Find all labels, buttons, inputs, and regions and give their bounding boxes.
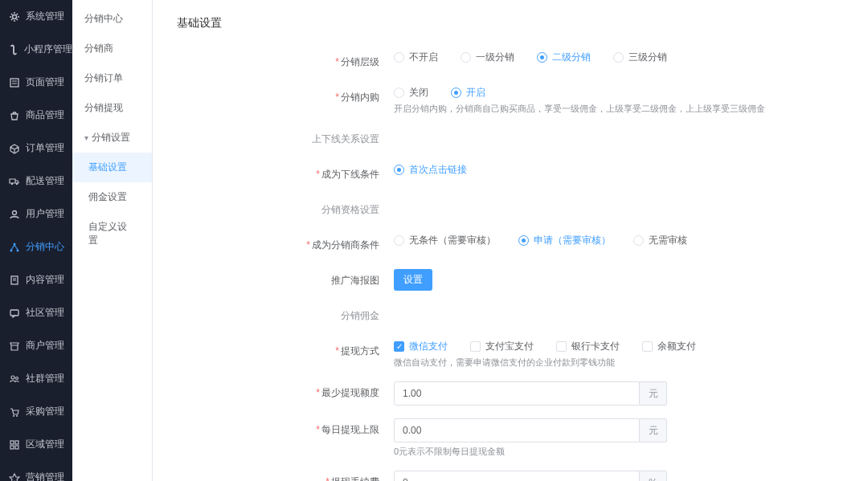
section-relation: 上下线关系设置 <box>177 128 394 150</box>
sidebar-main-item-1[interactable]: 小程序管理 <box>0 33 72 66</box>
checkbox-label: 银行卡支付 <box>571 340 620 353</box>
sidebar-sub-item-3[interactable]: 分销提现 <box>72 93 152 123</box>
label-offline: 成为下线条件 <box>177 163 394 185</box>
checkbox-label: 支付宝支付 <box>485 340 534 353</box>
checkbox-label: 微信支付 <box>409 340 448 353</box>
merchant-radio-2[interactable]: 无需审核 <box>633 234 687 247</box>
sidebar-main-label: 营销管理 <box>26 471 64 481</box>
help-internal: 开启分销内购，分销商自己购买商品，享受一级佣金，上级享受二级佣金，上上级享受三级… <box>394 103 844 115</box>
sidebar-sub-subitem-1[interactable]: 佣金设置 <box>72 182 152 212</box>
sidebar-sub: 分销中心分销商分销订单分销提现分销设置基础设置佣金设置自定义设置 <box>72 0 153 481</box>
svg-point-14 <box>11 376 14 379</box>
svg-point-6 <box>13 210 17 214</box>
withdraw-check-3[interactable]: 余额支付 <box>642 340 696 353</box>
checkbox-icon <box>394 341 404 352</box>
checkbox-label: 余额支付 <box>657 340 696 353</box>
sidebar-main-item-7[interactable]: 分销中心 <box>0 230 72 263</box>
withdraw-check-0[interactable]: 微信支付 <box>394 340 448 353</box>
sidebar-sub-item-0[interactable]: 分销中心 <box>72 4 152 34</box>
sidebar-main-item-14[interactable]: 营销管理 <box>0 461 72 481</box>
radio-label: 不开启 <box>409 51 438 64</box>
doc-icon <box>8 274 21 287</box>
sidebar-main-item-12[interactable]: 采购管理 <box>0 395 72 428</box>
checkbox-icon <box>470 341 481 352</box>
cart-icon <box>8 406 21 418</box>
content-area: 基础设置 分销层级 不开启一级分销二级分销三级分销 分销内购 关闭开启 开启分销… <box>153 0 868 481</box>
level-radio-2[interactable]: 二级分销 <box>537 51 591 64</box>
fee-input[interactable] <box>394 471 640 481</box>
label-merchant: 成为分销商条件 <box>177 234 394 256</box>
sidebar-main-item-0[interactable]: 系统管理 <box>0 0 72 33</box>
svg-point-16 <box>13 415 14 417</box>
sidebar-main-item-5[interactable]: 配送管理 <box>0 165 72 198</box>
radio-label: 首次点击链接 <box>409 163 467 177</box>
level-radio-3[interactable]: 三级分销 <box>613 51 667 64</box>
sidebar-main-label: 小程序管理 <box>24 43 72 56</box>
merchant-radio-1[interactable]: 申请（需要审核） <box>518 234 611 247</box>
truck-icon <box>8 175 21 188</box>
sidebar-main-item-6[interactable]: 用户管理 <box>0 198 72 230</box>
sidebar-main-item-11[interactable]: 社群管理 <box>0 362 72 395</box>
unit-yuan: 元 <box>640 381 667 406</box>
svg-rect-19 <box>15 441 18 444</box>
unit-percent: % <box>640 471 667 481</box>
svg-point-0 <box>13 14 17 18</box>
sidebar-sub-item-2[interactable]: 分销订单 <box>72 63 152 93</box>
internal-radio-1[interactable]: 开启 <box>451 86 485 100</box>
sidebar-sub-subitem-2[interactable]: 自定义设置 <box>72 212 152 255</box>
sidebar-main-label: 社群管理 <box>26 372 64 385</box>
radio-label: 三级分销 <box>628 51 667 64</box>
poster-set-button[interactable]: 设置 <box>394 269 432 291</box>
radio-icon <box>394 165 404 175</box>
comm-icon <box>8 307 21 320</box>
withdraw-check-2[interactable]: 银行卡支付 <box>556 340 620 353</box>
sidebar-main: 系统管理小程序管理页面管理商品管理订单管理配送管理用户管理分销中心内容管理社区管… <box>0 0 72 481</box>
help-withdraw: 微信自动支付，需要申请微信支付的企业付款到零钱功能 <box>394 357 844 369</box>
sidebar-main-label: 商户管理 <box>26 339 64 353</box>
shop-icon <box>8 340 21 353</box>
sidebar-main-item-10[interactable]: 商户管理 <box>0 329 72 362</box>
daily-limit-input[interactable] <box>394 418 640 442</box>
merchant-radio-0[interactable]: 无条件（需要审核） <box>394 234 496 247</box>
mini-icon <box>8 43 19 56</box>
label-level: 分销层级 <box>177 51 394 73</box>
offline-radio-0[interactable]: 首次点击链接 <box>394 163 467 177</box>
user-icon <box>8 208 21 221</box>
svg-point-4 <box>11 182 13 184</box>
cube-icon <box>8 142 21 155</box>
sidebar-main-label: 内容管理 <box>26 273 64 287</box>
label-min-withdraw: 最少提现额度 <box>177 381 394 404</box>
withdraw-check-1[interactable]: 支付宝支付 <box>470 340 534 353</box>
sidebar-main-label: 商品管理 <box>26 108 64 122</box>
sidebar-main-label: 页面管理 <box>26 75 64 89</box>
radio-label: 一级分销 <box>476 51 514 64</box>
sidebar-main-label: 系统管理 <box>26 10 64 23</box>
svg-rect-18 <box>10 441 14 444</box>
level-radio-0[interactable]: 不开启 <box>394 51 438 64</box>
radio-icon <box>633 235 644 246</box>
help-daily: 0元表示不限制每日提现金额 <box>394 446 844 458</box>
sidebar-main-item-9[interactable]: 社区管理 <box>0 296 72 329</box>
svg-rect-1 <box>10 79 18 87</box>
internal-radio-0[interactable]: 关闭 <box>394 86 428 100</box>
sidebar-main-item-2[interactable]: 页面管理 <box>0 66 72 99</box>
unit-yuan: 元 <box>640 418 667 442</box>
sidebar-main-item-13[interactable]: 区域管理 <box>0 428 72 461</box>
svg-point-5 <box>16 182 18 184</box>
radio-icon <box>394 52 404 63</box>
radio-label: 无条件（需要审核） <box>409 234 496 247</box>
gear-icon <box>8 10 21 23</box>
sidebar-sub-subitem-0[interactable]: 基础设置 <box>72 153 152 182</box>
radio-icon <box>451 88 461 98</box>
radio-label: 无需审核 <box>649 234 687 247</box>
page-icon <box>8 76 21 89</box>
market-icon <box>8 471 21 482</box>
sidebar-main-item-3[interactable]: 商品管理 <box>0 99 72 132</box>
sidebar-main-item-8[interactable]: 内容管理 <box>0 263 72 296</box>
sidebar-main-label: 分销中心 <box>26 240 64 254</box>
min-withdraw-input[interactable] <box>394 381 640 406</box>
sidebar-sub-item-4[interactable]: 分销设置 <box>72 123 152 153</box>
level-radio-1[interactable]: 一级分销 <box>461 51 514 64</box>
sidebar-sub-item-1[interactable]: 分销商 <box>72 34 152 63</box>
sidebar-main-item-4[interactable]: 订单管理 <box>0 132 72 165</box>
